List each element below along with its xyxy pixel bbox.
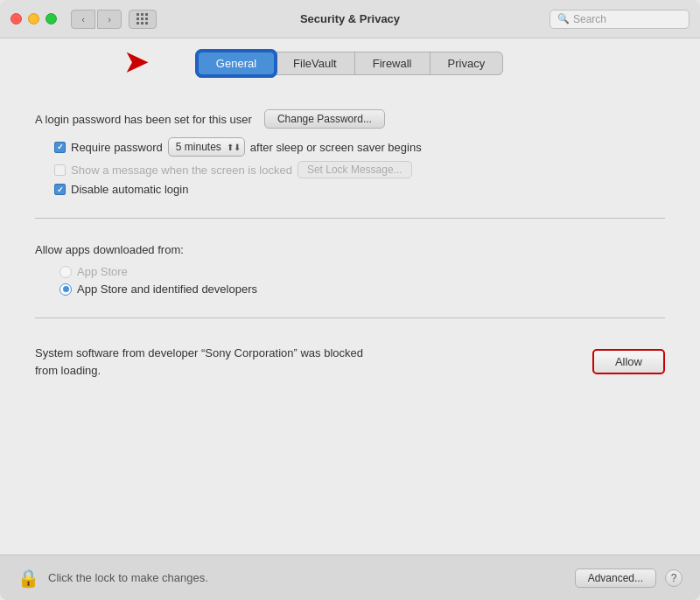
tab-filevault[interactable]: FileVault bbox=[276, 52, 355, 75]
chevron-updown-icon: ⬆⬇ bbox=[227, 143, 241, 152]
main-content: A login password has been set for this u… bbox=[0, 85, 700, 555]
radio-identified-developers[interactable] bbox=[60, 283, 72, 296]
back-arrow-icon: ‹ bbox=[81, 14, 85, 24]
require-password-suffix: after sleep or screen saver begins bbox=[250, 141, 422, 154]
forward-button[interactable]: › bbox=[97, 10, 122, 29]
nav-buttons: ‹ › bbox=[71, 10, 122, 29]
forward-arrow-icon: › bbox=[108, 14, 111, 24]
grid-icon bbox=[136, 13, 149, 25]
red-arrow-indicator: ➤ bbox=[124, 45, 148, 79]
password-set-text: A login password has been set for this u… bbox=[35, 113, 252, 126]
window-title: Security & Privacy bbox=[300, 12, 400, 25]
minimize-button[interactable] bbox=[28, 13, 39, 24]
grid-button[interactable] bbox=[129, 10, 157, 29]
search-placeholder: Search bbox=[573, 13, 606, 25]
show-message-row: Show a message when the screen is locked… bbox=[54, 161, 665, 178]
radio-identified-row: App Store and identified developers bbox=[60, 283, 665, 296]
require-password-row: Require password 5 minutes ⬆⬇ after slee… bbox=[54, 137, 665, 157]
password-header-row: A login password has been set for this u… bbox=[35, 109, 665, 129]
interval-value: 5 minutes bbox=[176, 141, 221, 153]
advanced-button[interactable]: Advanced... bbox=[575, 569, 656, 588]
blocked-text: System software from developer “Sony Cor… bbox=[35, 345, 578, 379]
require-password-interval-dropdown[interactable]: 5 minutes ⬆⬇ bbox=[168, 137, 245, 157]
bottom-bar: 🔒 Click the lock to make changes. Advanc… bbox=[0, 555, 700, 600]
require-password-label: Require password bbox=[71, 141, 163, 154]
show-message-checkbox[interactable] bbox=[54, 164, 66, 176]
radio-identified-label: App Store and identified developers bbox=[77, 283, 257, 296]
blocked-section: System software from developer “Sony Cor… bbox=[35, 334, 665, 389]
click-lock-text: Click the lock to make changes. bbox=[48, 571, 566, 584]
traffic-lights bbox=[10, 13, 57, 24]
lock-icon[interactable]: 🔒 bbox=[18, 568, 39, 589]
change-password-button[interactable]: Change Password... bbox=[264, 109, 385, 129]
require-password-checkbox[interactable] bbox=[54, 142, 66, 153]
radio-app-store-label: App Store bbox=[77, 265, 128, 278]
password-section: A login password has been set for this u… bbox=[35, 99, 665, 211]
help-button[interactable]: ? bbox=[665, 569, 682, 587]
section-divider-2 bbox=[35, 317, 665, 318]
blocked-text-line2: from loading. bbox=[35, 364, 101, 377]
help-icon: ? bbox=[671, 572, 677, 584]
tab-firewall[interactable]: Firewall bbox=[355, 52, 430, 75]
allow-apps-section: Allow apps downloaded from: App Store Ap… bbox=[35, 233, 665, 310]
titlebar: ‹ › Security & Privacy 🔍 Search bbox=[0, 0, 700, 38]
set-lock-message-button[interactable]: Set Lock Message... bbox=[298, 161, 412, 178]
allow-apps-title: Allow apps downloaded from: bbox=[35, 243, 665, 256]
disable-autologin-checkbox[interactable] bbox=[54, 184, 66, 195]
allow-button[interactable]: Allow bbox=[592, 349, 665, 374]
search-icon: 🔍 bbox=[557, 13, 570, 24]
radio-app-store-row: App Store bbox=[60, 265, 665, 278]
tabs-area: ➤ General FileVault Firewall Privacy bbox=[0, 38, 700, 85]
disable-autologin-label: Disable automatic login bbox=[71, 183, 188, 196]
close-button[interactable] bbox=[10, 13, 22, 24]
search-box[interactable]: 🔍 Search bbox=[550, 10, 690, 29]
section-divider-1 bbox=[35, 218, 665, 219]
show-message-label: Show a message when the screen is locked bbox=[71, 164, 292, 177]
back-button[interactable]: ‹ bbox=[71, 10, 95, 29]
tab-privacy[interactable]: Privacy bbox=[430, 52, 504, 75]
radio-app-store[interactable] bbox=[60, 266, 72, 278]
disable-autologin-row: Disable automatic login bbox=[54, 183, 665, 196]
tab-general[interactable]: General bbox=[197, 51, 276, 76]
blocked-text-line1: System software from developer “Sony Cor… bbox=[35, 346, 363, 359]
fullscreen-button[interactable] bbox=[46, 13, 57, 24]
window: ‹ › Security & Privacy 🔍 Search ➤ Genera… bbox=[0, 0, 700, 600]
